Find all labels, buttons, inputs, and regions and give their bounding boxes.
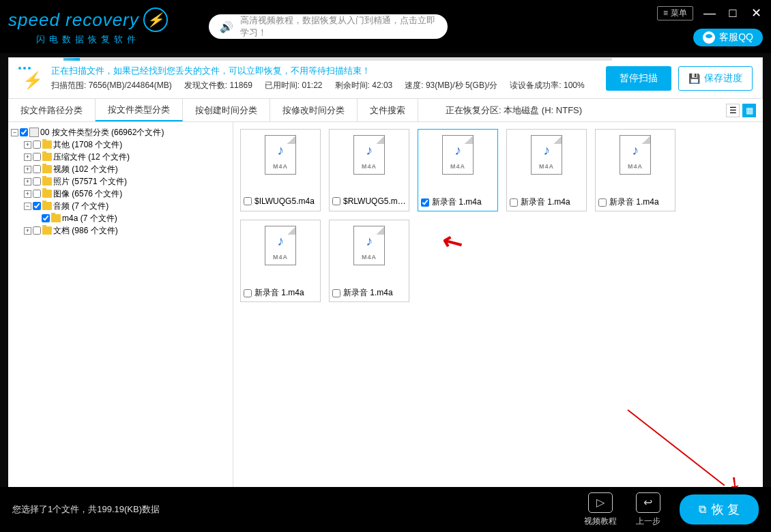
recover-button[interactable]: ⧉ 恢 复	[680, 494, 759, 524]
selection-status: 您选择了1个文件，共199.19(KB)数据	[12, 503, 160, 516]
tree-checkbox[interactable]	[33, 177, 41, 186]
folder-icon	[42, 226, 52, 235]
tree-checkbox[interactable]	[20, 128, 28, 136]
expand-icon[interactable]: +	[24, 190, 31, 198]
file-checkbox[interactable]	[332, 289, 340, 297]
tree-checkbox[interactable]	[33, 226, 41, 235]
tree-node[interactable]: m4a (7 个文件)	[11, 212, 230, 224]
tree-node[interactable]: +照片 (57571 个文件)	[11, 175, 230, 188]
folder-icon	[42, 141, 52, 149]
folder-icon	[42, 202, 52, 210]
tree-node[interactable]: +其他 (1708 个文件)	[11, 138, 230, 151]
file-checkbox[interactable]	[421, 198, 429, 207]
tree-checkbox[interactable]	[42, 214, 50, 222]
hamburger-icon: ≡	[663, 8, 668, 18]
grid-view-button[interactable]: ▦	[742, 104, 756, 117]
pause-scan-button[interactable]: 暂停扫描	[606, 66, 671, 91]
file-item[interactable]: ♪M4A$ILWUQG5.m4a	[240, 129, 321, 211]
file-name: 新录音 1.m4a	[343, 287, 406, 299]
category-tabs: 按文件路径分类 按文件类型分类 按创建时间分类 按修改时间分类 文件搜索 正在恢…	[8, 99, 763, 122]
file-checkbox[interactable]	[598, 198, 607, 207]
music-note-icon: ♪	[632, 143, 639, 158]
file-item[interactable]: ♪M4A新录音 1.m4a	[418, 129, 498, 211]
file-checkbox[interactable]	[244, 197, 252, 205]
file-thumbnail: ♪M4A	[531, 135, 562, 175]
file-name: 新录音 1.m4a	[254, 287, 317, 299]
file-name: 新录音 1.m4a	[609, 196, 672, 208]
tree-node[interactable]: +视频 (102 个文件)	[11, 163, 230, 175]
file-thumbnail: ♪M4A	[442, 135, 474, 175]
logo: speed recovery ⚡ 闪电数据恢复软件	[8, 8, 168, 46]
title-bar: speed recovery ⚡ 闪电数据恢复软件 🔊 高清视频教程，数据恢复从…	[0, 0, 771, 53]
close-button[interactable]: ✕	[749, 5, 763, 20]
tab-by-type[interactable]: 按文件类型分类	[96, 99, 183, 121]
file-checkbox[interactable]	[244, 289, 252, 297]
back-button[interactable]: ↩ 上一步	[636, 492, 660, 527]
tree-node[interactable]: −音频 (7 个文件)	[11, 200, 230, 212]
file-name: $ILWUQG5.m4a	[254, 196, 317, 206]
file-name: 新录音 1.m4a	[521, 196, 583, 208]
expand-icon[interactable]: +	[24, 153, 31, 161]
scan-progress-bar	[63, 58, 612, 61]
tab-search[interactable]: 文件搜索	[358, 99, 418, 121]
maximize-button[interactable]: □	[726, 6, 740, 20]
file-item[interactable]: ♪M4A新录音 1.m4a	[240, 220, 321, 302]
scan-stats: 扫描范围: 7656(MB)/244864(MB) 发现文件数: 11869 已…	[51, 80, 595, 91]
tab-by-path[interactable]: 按文件路径分类	[8, 99, 96, 121]
scan-title: 正在扫描文件，如果已经找到您丢失的文件，可以立即恢复，不用等待扫描结束！	[51, 65, 595, 77]
logo-subtitle: 闪电数据恢复软件	[36, 33, 140, 46]
list-view-button[interactable]: ☰	[726, 104, 740, 117]
qq-icon	[703, 31, 715, 44]
save-progress-button[interactable]: 💾 保存进度	[678, 66, 753, 91]
file-item[interactable]: ♪M4A新录音 1.m4a	[506, 129, 587, 211]
content-area: − 00 按文件类型分类 (66962个文件) +其他 (1708 个文件)+压…	[8, 122, 763, 505]
file-checkbox[interactable]	[332, 197, 340, 205]
file-item[interactable]: ♪M4A新录音 1.m4a	[595, 129, 675, 211]
tree-node[interactable]: +压缩文件 (12 个文件)	[11, 151, 230, 163]
expand-icon[interactable]: +	[24, 141, 31, 149]
tree-checkbox[interactable]	[33, 153, 41, 161]
file-thumbnail: ♪M4A	[353, 226, 385, 265]
file-checkbox[interactable]	[510, 198, 518, 207]
tree-root[interactable]: − 00 按文件类型分类 (66962个文件)	[11, 126, 230, 138]
file-item[interactable]: ♪M4A$RLWUQG5.m4a	[329, 129, 409, 211]
tree-checkbox[interactable]	[33, 202, 41, 210]
music-note-icon: ♪	[277, 143, 284, 158]
file-item[interactable]: ♪M4A新录音 1.m4a	[329, 220, 409, 302]
minimize-button[interactable]: —	[703, 6, 716, 20]
scan-icon: ⚡	[18, 67, 42, 90]
expand-icon[interactable]: −	[24, 203, 31, 210]
tree-node[interactable]: +文档 (986 个文件)	[11, 224, 230, 237]
expand-icon[interactable]: +	[24, 227, 31, 235]
file-name: $RLWUQG5.m4a	[343, 196, 406, 206]
tree-checkbox[interactable]	[33, 141, 41, 149]
expand-icon[interactable]: +	[24, 178, 31, 186]
drive-icon	[29, 128, 39, 137]
customer-service-qq-button[interactable]: 客服QQ	[693, 29, 763, 46]
folder-icon	[42, 190, 52, 198]
recover-icon: ⧉	[699, 503, 706, 516]
collapse-icon[interactable]: −	[11, 129, 18, 136]
tree-checkbox[interactable]	[33, 165, 41, 173]
expand-icon[interactable]: +	[24, 166, 31, 173]
back-icon: ↩	[636, 492, 660, 513]
menu-button[interactable]: ≡ 菜单	[657, 6, 693, 20]
file-grid: ♪M4A$ILWUQG5.m4a♪M4A$RLWUQG5.m4a♪M4A新录音 …	[233, 122, 763, 505]
video-tutorial-button[interactable]: ▷ 视频教程	[584, 492, 617, 527]
tab-by-modified[interactable]: 按修改时间分类	[270, 99, 358, 121]
file-thumbnail: ♪M4A	[265, 135, 296, 175]
tree-checkbox[interactable]	[33, 190, 41, 198]
file-thumbnail: ♪M4A	[353, 135, 385, 175]
tab-by-created[interactable]: 按创建时间分类	[183, 99, 270, 121]
music-note-icon: ♪	[366, 233, 373, 249]
music-note-icon: ♪	[543, 143, 550, 158]
file-tree[interactable]: − 00 按文件类型分类 (66962个文件) +其他 (1708 个文件)+压…	[8, 122, 233, 505]
footer-bar: 您选择了1个文件，共199.19(KB)数据 ▷ 视频教程 ↩ 上一步 ⧉ 恢 …	[0, 487, 771, 532]
speaker-icon: 🔊	[220, 20, 233, 33]
folder-icon	[42, 153, 52, 161]
music-note-icon: ♪	[366, 143, 373, 158]
save-icon: 💾	[688, 73, 700, 84]
tree-node[interactable]: +图像 (6576 个文件)	[11, 188, 230, 200]
tutorial-link[interactable]: 🔊 高清视频教程，数据恢复从入门到精通，点击立即学习！	[209, 14, 448, 39]
logo-main-text: speed recovery	[8, 10, 139, 31]
